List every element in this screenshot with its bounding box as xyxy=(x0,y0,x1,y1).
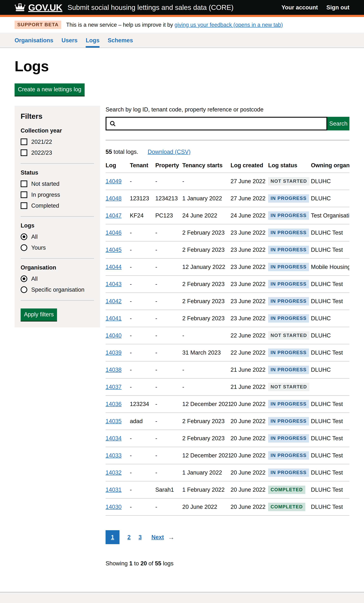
checkbox-icon[interactable] xyxy=(21,149,27,156)
property-cell: - xyxy=(155,327,182,344)
log-id-link[interactable]: 14035 xyxy=(106,418,122,424)
pagination-next-link[interactable]: Next xyxy=(151,534,164,541)
log-id-link[interactable]: 14032 xyxy=(106,469,122,476)
col-header-owning-organisation: Owning organisation xyxy=(311,158,350,173)
checkbox-2021-22[interactable]: 2021/22 xyxy=(21,139,94,145)
checkbox-completed[interactable]: Completed xyxy=(21,202,94,209)
nav-item-organisations[interactable]: Organisations xyxy=(14,33,53,48)
tenancy-starts-cell: 2 February 2023 xyxy=(182,310,231,327)
log-created-cell: 20 June 2022 xyxy=(231,464,268,481)
owning-organisation-cell: DLUHC xyxy=(311,173,350,190)
filters-title: Filters xyxy=(21,112,94,120)
collection-year-group: Collection year 2021/22 2022/23 xyxy=(21,128,94,157)
log-id-link[interactable]: 14043 xyxy=(106,281,122,287)
govuk-logo[interactable]: GOV.UK xyxy=(28,2,62,13)
log-id-link[interactable]: 14045 xyxy=(106,247,122,253)
checkbox-icon[interactable] xyxy=(21,139,27,145)
log-id-link[interactable]: 14034 xyxy=(106,435,122,441)
status-badge: IN PROGRESS xyxy=(268,366,309,374)
property-cell: - xyxy=(155,447,182,464)
checkbox-icon[interactable] xyxy=(21,180,27,187)
radio-icon[interactable] xyxy=(21,244,27,251)
nav-item-logs[interactable]: Logs xyxy=(86,33,99,48)
table-header-row: Log Tenant Property Tenancy starts Log c… xyxy=(106,158,350,173)
feedback-link[interactable]: giving us your feedback (opens in a new … xyxy=(175,22,283,28)
owning-organisation-cell: Test Organisation xyxy=(311,207,350,224)
radio-icon-selected[interactable] xyxy=(21,275,27,282)
log-id-link[interactable]: 14040 xyxy=(106,332,122,339)
pagination-current-page[interactable]: 1 xyxy=(106,530,119,544)
status-badge: IN PROGRESS xyxy=(268,348,309,357)
showing-total: 55 xyxy=(155,560,161,567)
total-logs-count: 55 xyxy=(106,149,112,155)
property-cell: Sarah1 xyxy=(155,481,182,498)
log-created-cell: 20 June 2022 xyxy=(231,395,268,413)
nav-item-users[interactable]: Users xyxy=(62,33,78,48)
log-id-link[interactable]: 14039 xyxy=(106,349,122,356)
radio-label: Specific organisation xyxy=(31,287,84,293)
table-row: 14046 - - 2 February 2023 23 June 2022 I… xyxy=(106,224,350,241)
status-badge: NOT STARTED xyxy=(268,177,309,186)
status-legend: Status xyxy=(21,169,94,176)
create-lettings-log-button[interactable]: Create a new lettings log xyxy=(14,83,85,96)
log-id-link[interactable]: 14036 xyxy=(106,401,122,407)
tenant-cell: KF24 xyxy=(130,207,155,224)
property-cell: - xyxy=(155,498,182,515)
log-id-link[interactable]: 14042 xyxy=(106,298,122,304)
checkbox-2022-23[interactable]: 2022/23 xyxy=(21,149,94,156)
radio-icon-selected[interactable] xyxy=(21,233,27,240)
log-id-link[interactable]: 14048 xyxy=(106,195,122,202)
log-id-link[interactable]: 14041 xyxy=(106,315,122,322)
checkbox-icon[interactable] xyxy=(21,202,27,209)
log-id-link[interactable]: 14038 xyxy=(106,367,122,373)
service-name-link[interactable]: Submit social housing lettings and sales… xyxy=(68,3,234,12)
radio-specific-organisation[interactable]: Specific organisation xyxy=(21,286,94,293)
property-cell: - xyxy=(155,276,182,293)
property-cell: - xyxy=(155,224,182,241)
sign-out-link[interactable]: Sign out xyxy=(326,4,350,11)
search-button[interactable]: Search xyxy=(327,117,350,130)
tenant-cell: - xyxy=(130,498,155,515)
search-input[interactable] xyxy=(116,118,326,129)
log-id-link[interactable]: 14031 xyxy=(106,487,122,493)
log-id-link[interactable]: 14030 xyxy=(106,504,122,510)
checkbox-in-progress[interactable]: In progress xyxy=(21,191,94,198)
log-id-link[interactable]: 14047 xyxy=(106,212,122,219)
log-id-link[interactable]: 14033 xyxy=(106,452,122,459)
filters-panel: Filters Collection year 2021/22 2022/23 … xyxy=(14,106,100,327)
table-row: 14030 - - 20 June 2022 20 June 2022 COMP… xyxy=(106,498,350,515)
filter-divider xyxy=(21,300,94,301)
tenancy-starts-cell: 24 June 2022 xyxy=(182,207,231,224)
log-id-link[interactable]: 14037 xyxy=(106,384,122,390)
pagination-page-2[interactable]: 2 xyxy=(127,534,130,541)
showing-from: 1 xyxy=(129,560,132,567)
log-created-cell: 20 June 2022 xyxy=(231,430,268,447)
pagination-page-3[interactable]: 3 xyxy=(139,534,142,541)
radio-logs-all[interactable]: All xyxy=(21,233,94,240)
log-id-link[interactable]: 14049 xyxy=(106,178,122,185)
filter-divider xyxy=(21,258,94,259)
tenant-cell: - xyxy=(130,310,155,327)
table-row: 14044 - - 12 January 2022 23 June 2022 I… xyxy=(106,258,350,276)
organisation-legend: Organisation xyxy=(21,264,94,271)
col-header-property: Property xyxy=(155,158,182,173)
apply-filters-button[interactable]: Apply filters xyxy=(21,309,57,321)
your-account-link[interactable]: Your account xyxy=(282,4,318,11)
log-id-link[interactable]: 14046 xyxy=(106,230,122,236)
log-created-cell: 23 June 2022 xyxy=(231,258,268,276)
log-id-link[interactable]: 14044 xyxy=(106,264,122,270)
download-csv-link[interactable]: Download (CSV) xyxy=(148,149,191,155)
log-created-cell: 22 June 2022 xyxy=(231,344,268,361)
table-row: 14031 - Sarah1 1 February 2022 20 June 2… xyxy=(106,481,350,498)
radio-icon[interactable] xyxy=(21,286,27,293)
radio-organisation-all[interactable]: All xyxy=(21,275,94,282)
table-row: 14048 123123 1234213 1 January 2022 27 J… xyxy=(106,190,350,207)
nav-item-schemes[interactable]: Schemes xyxy=(108,33,133,48)
radio-label: Yours xyxy=(31,244,46,251)
section-divider xyxy=(106,140,350,140)
checkbox-not-started[interactable]: Not started xyxy=(21,180,94,187)
property-cell: - xyxy=(155,310,182,327)
radio-logs-yours[interactable]: Yours xyxy=(21,244,94,251)
checkbox-icon[interactable] xyxy=(21,191,27,198)
log-created-cell: 20 June 2022 xyxy=(231,447,268,464)
